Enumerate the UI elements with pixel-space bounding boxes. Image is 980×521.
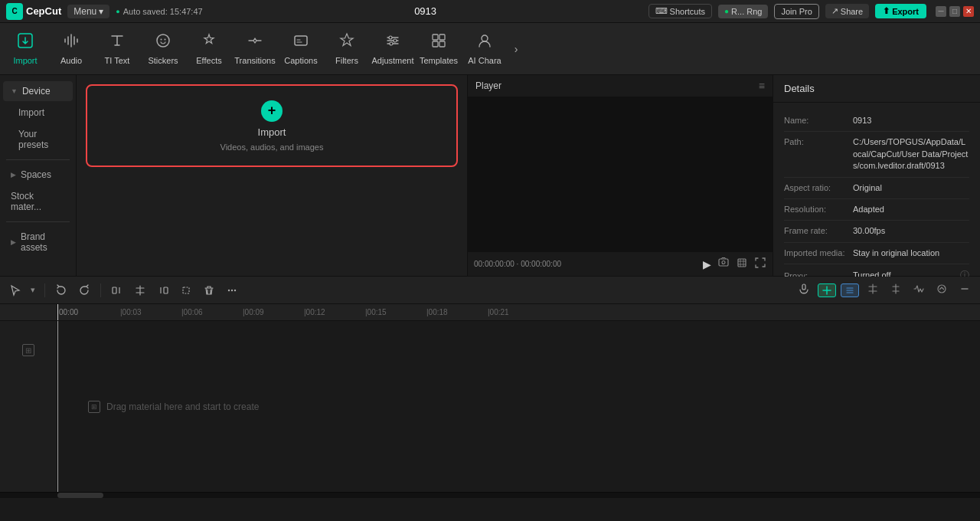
project-title: 0913 <box>209 5 642 17</box>
sidebar-item-spaces[interactable]: ▶ Spaces <box>3 165 73 185</box>
timeline-scrollbar[interactable] <box>0 492 980 498</box>
tl-split-end-button[interactable] <box>155 282 172 299</box>
details-title: Details <box>773 75 980 103</box>
device-caret: ▼ <box>11 87 18 95</box>
tl-mic-button[interactable] <box>795 281 813 299</box>
tool-aichar[interactable]: AI Chara <box>462 26 507 72</box>
drag-label: Drag material here and start to create <box>106 401 259 412</box>
details-panel: Details Name: 0913 Path: C:/Users/TOPGUS… <box>773 75 980 276</box>
tool-import[interactable]: Import <box>3 26 47 72</box>
ruler-mark-21: |00:21 <box>488 308 509 316</box>
player-menu-icon[interactable]: ≡ <box>759 80 765 92</box>
svg-rect-22 <box>802 284 805 290</box>
transitions-icon <box>247 32 263 53</box>
player-icons <box>717 257 766 271</box>
media-panel: + Import Videos, audios, and images <box>77 75 467 276</box>
tl-minus-button[interactable] <box>956 281 974 299</box>
tl-split-button[interactable] <box>132 282 149 299</box>
shortcuts-button[interactable]: ⌨ Shortcuts <box>648 4 712 18</box>
minimize-button[interactable]: ─ <box>936 6 946 17</box>
timeline-track-labels: ⊞ <box>0 304 57 492</box>
import-box[interactable]: + Import Videos, audios, and images <box>96 95 447 156</box>
svg-point-14 <box>722 261 725 264</box>
tool-import-label: Import <box>13 56 37 65</box>
tool-text[interactable]: TI Text <box>95 26 139 72</box>
sidebar-item-stockmater[interactable]: Stock mater... <box>3 186 73 217</box>
detail-value-resolution: Adapted <box>853 204 969 215</box>
captions-icon <box>292 32 309 53</box>
screenshot-icon[interactable] <box>717 257 730 271</box>
sidebar-item-import[interactable]: Import <box>3 103 73 123</box>
tl-split-start-button[interactable] <box>109 282 126 299</box>
crop-icon[interactable] <box>736 257 748 271</box>
tl-align-button[interactable] <box>887 281 905 299</box>
ruler-mark-3: |00:03 <box>120 308 142 316</box>
svg-rect-16 <box>113 287 116 293</box>
sidebar-item-brandassets[interactable]: ▶ Brand assets <box>3 227 73 257</box>
timeline-toolbar: ▾ <box>0 277 980 304</box>
svg-point-7 <box>390 42 393 45</box>
tl-small-split-button[interactable] <box>864 281 882 299</box>
tl-crop-button[interactable] <box>178 282 194 299</box>
joinpro-button[interactable]: Join Pro <box>774 4 818 19</box>
menu-button[interactable]: Menu ▾ <box>67 5 109 18</box>
tool-stickers[interactable]: Stickers <box>141 26 185 72</box>
svg-point-23 <box>938 285 946 293</box>
tl-redo-button[interactable] <box>76 282 93 299</box>
tool-templates[interactable]: Templates <box>416 26 461 72</box>
svg-rect-11 <box>439 41 445 47</box>
tool-transitions-label: Transitions <box>234 56 275 65</box>
close-button[interactable]: ✕ <box>963 6 974 17</box>
player-panel: Player ≡ 00:00:00:00 · 00:00:00:00 ▶ <box>467 75 773 276</box>
fullscreen-icon[interactable] <box>754 257 766 271</box>
playhead-ruler <box>57 304 58 320</box>
ruler-mark-12: |00:12 <box>304 308 325 316</box>
detail-value-framerate: 30.00fps <box>853 225 969 237</box>
rng-button[interactable]: ● R... Rng <box>718 5 768 18</box>
sidebar-item-presets[interactable]: Your presets <box>3 124 73 155</box>
tool-transitions[interactable]: Transitions <box>233 26 277 72</box>
tool-captions[interactable]: Captions <box>279 26 323 72</box>
scrollbar-thumb[interactable] <box>57 493 103 498</box>
tool-effects[interactable]: Effects <box>187 26 231 72</box>
tl-cursor-tool[interactable] <box>6 282 23 299</box>
sidebar-item-device[interactable]: ▼ Device <box>3 81 73 101</box>
timeline-body: ⊞ 00:00 |00:03 |00:06 |00:09 |00:12 |00:… <box>0 304 980 492</box>
play-button[interactable]: ▶ <box>703 258 711 270</box>
audio-icon <box>63 32 80 53</box>
detail-label-path: Path: <box>784 136 853 146</box>
tl-collapse-button[interactable] <box>933 281 951 299</box>
window-controls: ─ □ ✕ <box>936 6 974 17</box>
tl-split-blue-button[interactable] <box>841 283 859 297</box>
import-plus-icon: + <box>261 100 283 122</box>
svg-rect-13 <box>719 259 728 266</box>
tl-delete-button[interactable] <box>201 282 217 299</box>
tool-filters[interactable]: Filters <box>325 26 369 72</box>
tl-split-green-button[interactable] <box>818 283 836 297</box>
detail-row-resolution: Resolution: Adapted <box>784 199 969 221</box>
import-area: + Import Videos, audios, and images <box>86 84 458 167</box>
tl-undo-button[interactable] <box>53 282 70 299</box>
tool-captions-label: Captions <box>284 56 317 65</box>
tool-templates-label: Templates <box>420 56 458 65</box>
svg-point-3 <box>165 39 166 41</box>
auto-saved-status: Auto saved: 15:47:47 <box>116 7 202 16</box>
drag-message: ⊞ Drag material here and start to create <box>73 401 259 413</box>
ruler-mark-9: |00:09 <box>243 308 264 316</box>
ruler-mark-18: |00:18 <box>426 308 448 316</box>
import-icon <box>17 32 34 53</box>
tool-audio[interactable]: Audio <box>49 26 93 72</box>
sidebar-item-import-label: Import <box>18 107 44 118</box>
export-button[interactable]: ⬆ Export <box>875 4 926 18</box>
maximize-button[interactable]: □ <box>949 6 960 17</box>
ruler-mark-0: 00:00 <box>59 308 78 316</box>
timeline-track-area[interactable]: ⊞ Drag material here and start to create <box>57 321 980 492</box>
tl-audio-wave-button[interactable] <box>910 281 928 299</box>
text-icon <box>109 32 126 53</box>
player-screen <box>468 97 773 251</box>
tool-adjustment[interactable]: Adjustment <box>371 26 415 72</box>
more-tools-button[interactable]: › <box>508 26 524 72</box>
tl-more-button[interactable] <box>224 282 240 299</box>
track-label-icon: ⊞ <box>22 344 34 356</box>
share-button[interactable]: ↗ Share <box>825 4 869 18</box>
